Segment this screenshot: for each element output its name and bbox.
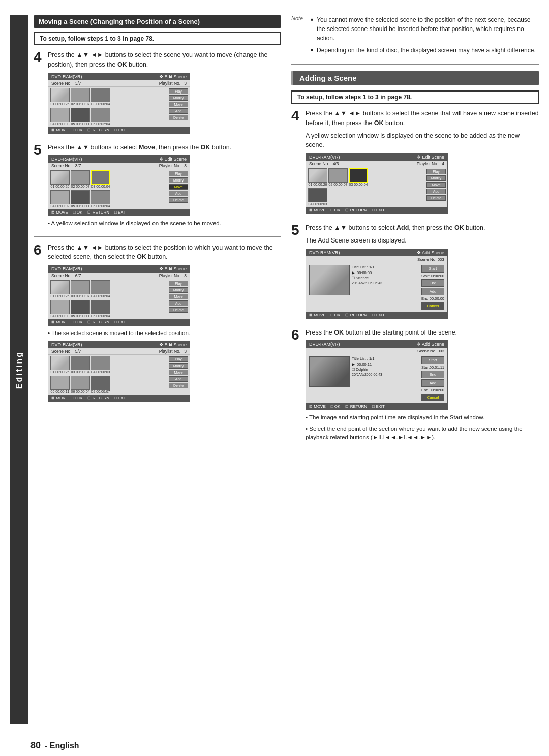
dvd-add-btn-end-1[interactable]: End [421, 279, 444, 287]
thumb-3-2: 03 00:00:07 [71, 280, 90, 298]
dvd-add-right-2: Start Start00:01:11 End Add End00:00:00 [421, 356, 444, 401]
note-bullet-1: You cannot move the selected scene to th… [311, 15, 539, 43]
thumb-6: 06 00:02:04 [91, 108, 110, 126]
thumb-img-2-3 [91, 170, 110, 185]
thumb-3-6: 06 00:00:04 [91, 300, 110, 318]
thumb-row-4a: 01 00:00:26 03 00:00:04 04 [48, 355, 167, 375]
step4-row: 4 Press the ▲▼ ◄► buttons to select the … [34, 50, 281, 137]
section-heading-moving: Moving a Scene (Changing the Position of… [34, 15, 281, 28]
dvd-add-header-1: DVD-RAM(VR) ❖ Add Scene [306, 249, 447, 256]
dvd-add-btn-start-1[interactable]: Start [421, 265, 444, 273]
dvd-btn-add-a1[interactable]: Add [426, 189, 446, 194]
dvd-add-btn-cancel-1[interactable]: Cancel [421, 302, 444, 310]
step6-note: The selected scene is moved to the selec… [48, 329, 281, 338]
dvd-btn-play-3[interactable]: Play [169, 281, 188, 286]
dvd-content-2: 01 00:00:26 02 00:00:07 03 [48, 169, 190, 209]
thumb-img-2 [71, 88, 90, 102]
dvd-btn-play-2[interactable]: Play [169, 171, 188, 176]
thumb-img-4-5 [71, 376, 90, 390]
dvd-title-list-1: Title List : 1/1 [352, 265, 419, 269]
dvd-date-row-2: 20/JAN/2005 06:43 [352, 373, 419, 376]
dvd-buttons-4: Play Modify Move Add Delete [167, 355, 190, 395]
dvd-content-4: 01 00:00:26 03 00:00:04 04 [48, 355, 190, 395]
dvd-btn-modify-3[interactable]: Modify [169, 287, 188, 293]
thumb-2-5: 05 00:00:11 [71, 190, 90, 208]
thumb-row-1a: 01 00:00:26 02 00:00:07 03 [48, 87, 167, 107]
note-label: Note [291, 15, 307, 58]
adding-step4-text: Press the ▲▼ ◄► buttons to select the sc… [306, 109, 539, 128]
thumb-a1-3: 03 00:06:04 [349, 168, 368, 186]
dvd-btn-delete-1[interactable]: Delete [169, 115, 188, 120]
dvd-btn-add-1[interactable]: Add [169, 108, 188, 114]
thumb-row-a1b: 04 00:00:03 [306, 187, 425, 207]
dvd-add-btn-start-2[interactable]: Start [421, 356, 444, 364]
sidebar-label: Editing [15, 351, 24, 389]
setup-box-left: To setup, follow steps 1 to 3 in page 78… [34, 32, 281, 45]
thumb-img-2-2 [71, 170, 90, 185]
dvd-btn-move-3[interactable]: Move [169, 294, 188, 299]
dvd-footer-1: ⊠ MOVE □ OK ⊡ RETURN □ EXIT [48, 127, 190, 133]
dvd-btn-delete-a1[interactable]: Delete [426, 195, 446, 201]
dvd-btn-play-a1[interactable]: Play [426, 169, 446, 174]
dvd-btn-delete-3[interactable]: Delete [169, 307, 188, 313]
adding-section-heading: Adding a Scene [291, 71, 539, 85]
dvd-header-1: DVD-RAM(VR) ❖ Edit Scene [48, 73, 190, 80]
thumb-a1-2: 02 00:00:07 [328, 168, 348, 186]
dvd-header-2: DVD-RAM(VR) ❖ Edit Scene [48, 156, 190, 163]
dvd-btn-modify-2[interactable]: Modify [169, 177, 188, 183]
dvd-btn-play-4[interactable]: Play [169, 356, 188, 362]
page-footer: 80 - English [0, 735, 549, 756]
dvd-btn-move-1[interactable]: Move [169, 102, 188, 107]
dvd-add-img-1 [309, 265, 350, 295]
adding-step5-text: Press the ▲▼ buttons to select Add, then… [306, 223, 539, 233]
dvd-start-val-1: Start00:00:00 [421, 274, 444, 278]
thumb-img-4-3 [91, 356, 110, 370]
dvd-footer-3: ⊠ MOVE □ OK ⊡ RETURN □ EXIT [48, 319, 190, 325]
dvd-btn-modify-a1[interactable]: Modify [426, 175, 446, 181]
step6-row: 6 Press the ▲▼ ◄► buttons to select the … [34, 243, 281, 405]
dvd-btn-add-4[interactable]: Add [169, 376, 188, 382]
dvd-btn-delete-4[interactable]: Delete [169, 383, 188, 388]
thumb-img-3-4 [50, 300, 70, 314]
dvd-add-footer-1: ⊠ MOVE □ OK ⊡ RETURN □ EXIT [306, 312, 447, 318]
adding-step4-content: Press the ▲▼ ◄► buttons to select the sc… [306, 109, 539, 217]
step6-content: Press the ▲▼ ◄► buttons to select the po… [48, 243, 281, 405]
dvd-btn-move-a1[interactable]: Move [426, 182, 446, 188]
dvd-start-val-2: Start00:01:11 [421, 365, 444, 370]
two-columns: Moving a Scene (Changing the Position of… [34, 15, 539, 724]
dvd-btn-delete-2[interactable]: Delete [169, 197, 188, 203]
dvd-info-row-a1: Scene No. 4/3 Playlist No. 4 [306, 161, 447, 167]
dvd-add-btn-end-2[interactable]: End [421, 371, 444, 378]
adding-step6-text: Press the OK button at the starting poin… [306, 328, 539, 338]
dvd-add-body-2: Title List : 1/1 ▶ 00:00:11 ☐ Dolphin 20… [306, 354, 447, 403]
dvd-btn-move-2[interactable]: Move [169, 184, 188, 190]
dvd-footer-4: ⊠ MOVE □ OK ⊡ RETURN □ EXIT [48, 395, 190, 401]
adding-step6-note2: Select the end point of the section wher… [306, 425, 539, 442]
dvd-btn-add-2[interactable]: Add [169, 191, 188, 196]
dvd-btn-modify-4[interactable]: Modify [169, 363, 188, 369]
dvd-date-row-1: 20/JAN/2005 06:43 [352, 281, 419, 285]
dvd-buttons-3: Play Modify Move Add Delete [167, 279, 190, 319]
note-section: Note You cannot move the selected scene … [291, 15, 539, 58]
dvd-btn-move-4[interactable]: Move [169, 370, 188, 375]
footer-return-1: ⊡ RETURN [87, 128, 109, 132]
dvd-btn-play-1[interactable]: Play [169, 88, 188, 94]
thumb-a1-4: 04 00:00:03 [308, 188, 327, 206]
dvd-start-row-2: ▶ 00:00:11 [352, 362, 419, 367]
adding-step4-note: A yellow selection window is displayed o… [306, 131, 539, 150]
thumb-2-6: 06 00:00:04 [91, 190, 110, 208]
dvd-add-btn-add-1[interactable]: Add [421, 288, 444, 295]
dvd-btn-add-3[interactable]: Add [169, 300, 188, 306]
dvd-add-btn-add-2[interactable]: Add [421, 379, 444, 387]
thumb-img-5 [71, 108, 90, 122]
step5-number: 5 [34, 143, 44, 230]
thumb-row-a1a: 01 00:00:26 02 00:00:07 03 [306, 167, 425, 187]
thumb-4-2: 03 00:00:04 [71, 356, 90, 374]
thumb-4-3: 04 00:00:03 [91, 356, 110, 374]
dvd-add-btn-cancel-2[interactable]: Cancel [421, 394, 444, 401]
dvd-science-row-1: ☐ Science [352, 276, 419, 280]
dvd-btn-modify-1[interactable]: Modify [169, 95, 188, 101]
adding-step6-row: 6 Press the OK button at the starting po… [291, 328, 539, 444]
dvd-header-4: DVD-RAM(VR) ❖ Edit Scene [48, 341, 190, 348]
footer-ok-1: □ OK [73, 128, 83, 132]
